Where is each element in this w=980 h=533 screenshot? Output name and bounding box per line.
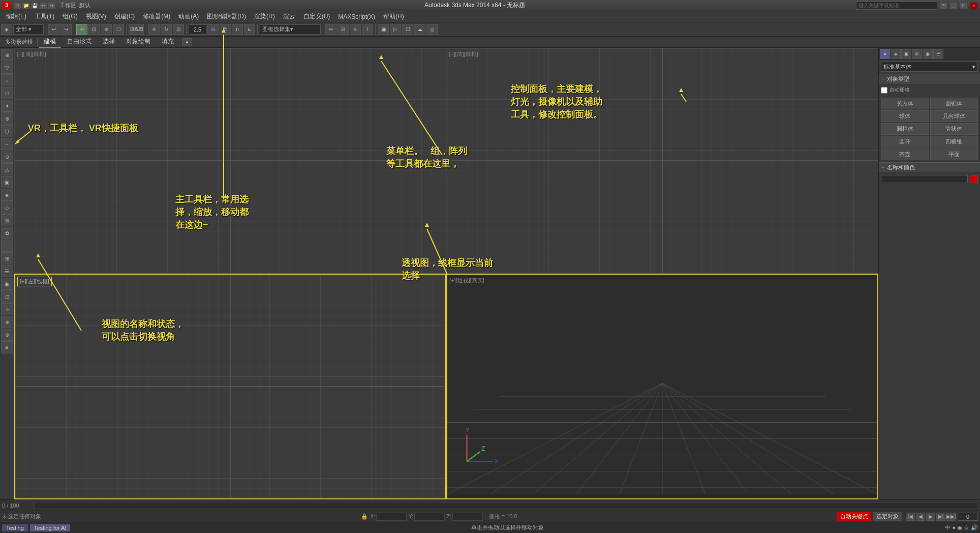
- angle-snap-btn[interactable]: ⊾: [244, 24, 255, 35]
- left-btn-18[interactable]: ◉: [1, 278, 13, 290]
- curve-editor-btn[interactable]: ⌇: [362, 24, 373, 35]
- render-a360-btn[interactable]: ◎: [426, 24, 438, 35]
- left-btn-14[interactable]: ✿: [1, 227, 13, 239]
- select-filter-btn[interactable]: ◈: [1, 24, 12, 35]
- save-btn[interactable]: 💾: [30, 2, 39, 9]
- left-btn-23[interactable]: ≡: [1, 341, 13, 353]
- select-region-btn[interactable]: ⊡: [88, 24, 100, 35]
- left-btn-10[interactable]: ▣: [1, 176, 13, 188]
- left-btn-12[interactable]: ◇: [1, 201, 13, 214]
- auto-keyframe-btn[interactable]: 自动关键点: [837, 512, 871, 521]
- menu-modifier[interactable]: 修改器(M): [139, 11, 174, 22]
- left-btn-5[interactable]: ⊗: [1, 112, 13, 125]
- left-btn-17[interactable]: ☰: [1, 265, 13, 277]
- left-btn-20[interactable]: ✧: [1, 303, 13, 315]
- auto-grid-checkbox[interactable]: [881, 87, 887, 94]
- menu-tools[interactable]: 工具(T): [30, 11, 58, 22]
- select-btn[interactable]: ✛: [76, 24, 87, 35]
- undo-btn[interactable]: ↩: [48, 24, 59, 35]
- snap-toggle-btn[interactable]: %: [220, 24, 231, 35]
- rpanel-tab-motion[interactable]: ⊕: [912, 49, 922, 59]
- color-swatch[interactable]: [970, 175, 978, 183]
- close-btn[interactable]: ×: [970, 2, 978, 9]
- tab-object-paint[interactable]: 对象绘制: [121, 36, 156, 48]
- testing-tab[interactable]: Testing: [2, 524, 28, 531]
- window-crossing-btn[interactable]: ☐: [113, 24, 124, 35]
- menu-graph-editor[interactable]: 图形编辑器(D): [203, 11, 250, 22]
- menu-help[interactable]: 帮助(H): [379, 11, 408, 22]
- coord-z-input[interactable]: [452, 513, 483, 521]
- menu-group[interactable]: 组(G): [58, 11, 81, 22]
- left-btn-7[interactable]: ↔: [1, 138, 13, 150]
- shape-teapot[interactable]: 茶壶: [881, 149, 929, 160]
- select-mode-btn[interactable]: 选定对象: [873, 512, 902, 521]
- next-frame-btn[interactable]: ▶|: [936, 513, 945, 521]
- shape-box[interactable]: 长方体: [881, 98, 929, 109]
- left-btn-1[interactable]: ▽: [1, 62, 13, 74]
- left-btn-3[interactable]: □: [1, 87, 13, 99]
- maximize-btn[interactable]: □: [960, 2, 968, 9]
- left-btn-16[interactable]: ⊞: [1, 252, 13, 264]
- menu-animation[interactable]: 动画(A): [174, 11, 203, 22]
- rotate-btn[interactable]: ↻: [161, 24, 172, 35]
- tab-modeling[interactable]: 建模: [39, 36, 61, 48]
- render-btn[interactable]: ▷: [390, 24, 401, 35]
- menu-cloud[interactable]: 渲云: [279, 11, 299, 22]
- viewport-front[interactable]: [+][前][线框]: [446, 48, 878, 274]
- shape-geosphere[interactable]: 几何球体: [930, 110, 978, 122]
- render-setup-btn[interactable]: ▣: [378, 24, 389, 35]
- rpanel-tab-modify[interactable]: ◈: [891, 49, 901, 59]
- left-btn-9[interactable]: △: [1, 163, 13, 175]
- first-frame-btn[interactable]: |◀: [906, 513, 915, 521]
- left-btn-15[interactable]: ⋯: [1, 240, 13, 252]
- shape-tube[interactable]: 管状体: [930, 123, 978, 135]
- timeline-track[interactable]: [35, 502, 978, 509]
- play-btn[interactable]: ▶: [926, 513, 935, 521]
- coord-y-input[interactable]: [414, 513, 445, 521]
- render-cloud-btn[interactable]: ☁: [414, 24, 425, 35]
- tab-freeform[interactable]: 自由形式: [62, 36, 97, 48]
- redo-btn[interactable]: ↪: [60, 24, 72, 35]
- shape-cone[interactable]: 圆锥体: [930, 98, 978, 109]
- last-frame-btn[interactable]: ▶▶|: [946, 513, 956, 521]
- category-dropdown[interactable]: 标准基本体 ▾: [881, 62, 978, 72]
- mirror-btn[interactable]: ⇔: [325, 24, 336, 35]
- scale-btn[interactable]: ⊡: [173, 24, 184, 35]
- viewport-toggle-btn[interactable]: 顶视图: [129, 24, 144, 35]
- snap-type-btn[interactable]: n: [232, 24, 243, 35]
- menu-edit[interactable]: 编辑(E): [2, 11, 30, 22]
- menu-customize[interactable]: 自定义(U): [299, 11, 334, 22]
- select-lasso-btn[interactable]: ⊛: [101, 24, 112, 35]
- shape-sphere[interactable]: 球体: [881, 110, 929, 122]
- menu-maxscript[interactable]: MAXScript(X): [334, 12, 379, 21]
- left-btn-13[interactable]: ⊠: [1, 214, 13, 226]
- render-frame-btn[interactable]: ☐: [402, 24, 413, 35]
- shape-torus[interactable]: 圆环: [881, 136, 929, 147]
- move-btn[interactable]: ✛: [148, 24, 160, 35]
- tab-selection[interactable]: 选择: [98, 36, 120, 48]
- left-btn-8[interactable]: ⊙: [1, 151, 13, 163]
- object-name-input[interactable]: [881, 175, 968, 183]
- shape-pyramid[interactable]: 四棱锥: [930, 136, 978, 147]
- search-input[interactable]: [856, 2, 937, 10]
- named-selection-dropdown[interactable]: 图框选择集▾: [260, 24, 321, 35]
- reference-coord-input[interactable]: [189, 24, 206, 35]
- tab-settings-btn[interactable]: ●: [182, 38, 192, 46]
- viewport-left[interactable]: [+][左][线框]: [14, 274, 446, 499]
- help-btn[interactable]: ?: [939, 2, 947, 9]
- left-btn-6[interactable]: ⬡: [1, 125, 13, 137]
- open-btn[interactable]: 📁: [22, 2, 30, 9]
- menu-create[interactable]: 创建(C): [110, 11, 139, 22]
- rpanel-tab-create[interactable]: ●: [880, 49, 890, 59]
- viewport-perspective[interactable]: [+][透视][真实]: [446, 274, 878, 499]
- testing-for-ai-tab[interactable]: Testing for AI: [30, 524, 71, 531]
- left-btn-4[interactable]: ✦: [1, 100, 13, 112]
- menu-view[interactable]: 视图(V): [82, 11, 110, 22]
- prev-frame-btn[interactable]: ◀: [916, 513, 925, 521]
- undo-title-btn[interactable]: ↩: [39, 2, 47, 9]
- left-btn-19[interactable]: ⊡: [1, 290, 13, 303]
- left-btn-2[interactable]: ○: [1, 74, 13, 86]
- shape-cylinder[interactable]: 圆柱体: [881, 123, 929, 135]
- rpanel-tab-display[interactable]: ◉: [923, 49, 933, 59]
- select-filter-dropdown[interactable]: 全部 ▾: [13, 24, 44, 35]
